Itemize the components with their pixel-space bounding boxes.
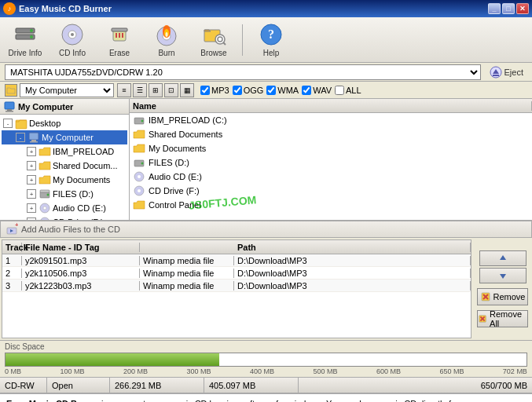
erase-button[interactable]: Erase (99, 20, 140, 60)
tree-item-audio-cd[interactable]: + Audio CD (E:) (2, 201, 127, 215)
view-list-icon[interactable]: ☰ (133, 83, 147, 97)
track-name-3: y2k1223b03.mp3 (22, 281, 140, 291)
view-thumb-icon[interactable]: ▦ (180, 83, 194, 97)
file-item-ibm-preload[interactable]: IBM_PRELOAD (C:) (130, 113, 532, 127)
track-row-2[interactable]: 2 y2k110506.mp3 Winamp media file D:\Dow… (2, 267, 471, 280)
drive-info-button[interactable]: Drive Info (5, 20, 46, 60)
browse-label: Browse (200, 49, 226, 57)
marker-100: 100 MB (60, 367, 84, 375)
tree-item-my-documents[interactable]: + My Documents (2, 173, 127, 187)
help-button[interactable]: ? Help (251, 20, 292, 60)
all-checkbox-label[interactable]: ALL (335, 86, 361, 95)
eject-button[interactable]: Eject (486, 64, 527, 80)
expand-ibm-preload[interactable]: + (27, 147, 36, 156)
tree-item-files-d[interactable]: + FILES (D:) (2, 187, 127, 201)
computer-icon (28, 131, 40, 144)
svg-rect-26 (5, 102, 14, 109)
expand-files-d[interactable]: + (27, 189, 36, 199)
cd-info-button[interactable]: CD Info (52, 20, 93, 60)
cd-icon-f (39, 216, 51, 220)
ogg-checkbox[interactable] (233, 86, 242, 95)
folder-icon-mydocs (39, 174, 51, 186)
ogg-checkbox-label[interactable]: OGG (233, 86, 264, 95)
drive-select[interactable]: MATSHITA UJDA755zDVD/CDRW 1.20 (5, 64, 481, 80)
svg-rect-30 (29, 133, 39, 140)
svg-text:+: + (15, 223, 18, 228)
tree-item-ibm-preload[interactable]: + IBM_PRELOAD (2, 144, 127, 159)
file-item-control-panel[interactable]: Control Panel (130, 198, 532, 212)
wav-checkbox[interactable] (302, 86, 311, 95)
svg-point-35 (47, 194, 50, 196)
view-grid-icon[interactable]: ⊞ (149, 83, 163, 97)
svg-line-19 (223, 42, 226, 45)
remove-button[interactable]: Remove (477, 288, 528, 305)
browse-button[interactable]: Browse (193, 20, 234, 60)
track-type-3: Winamp media file (140, 281, 234, 291)
expand-my-computer[interactable]: - (16, 133, 25, 142)
expand-shared-docum[interactable]: + (27, 161, 36, 170)
track-row-3[interactable]: 3 y2k1223b03.mp3 Winamp media file D:\Do… (2, 280, 471, 292)
wma-checkbox-label[interactable]: WMA (266, 86, 299, 95)
tree-label-mydocs: My Documents (53, 175, 110, 185)
svg-rect-28 (6, 111, 13, 112)
down-arrow-icon (498, 271, 508, 280)
wav-checkbox-label[interactable]: WAV (302, 86, 332, 95)
toolbar-divider (242, 24, 243, 56)
expand-audio-cd[interactable]: + (27, 203, 36, 213)
disc-space-fill (6, 353, 219, 366)
tree-item-desktop[interactable]: - Desktop (2, 116, 127, 130)
remove-all-button[interactable]: Remove All (477, 310, 528, 327)
ad-text-line1: Easy Music CD Burner is an easy-to-use m… (6, 397, 526, 402)
folder-icon-small (5, 84, 17, 97)
file-item-shared-docs[interactable]: Shared Documents (130, 127, 532, 141)
marker-500: 500 MB (313, 367, 337, 375)
tree-item-shared-docum[interactable]: + Shared Docum... (2, 159, 127, 173)
svg-point-47 (138, 189, 141, 192)
tree-item-my-computer[interactable]: - My Computer (2, 130, 127, 144)
cd-small-icon-f (133, 185, 145, 197)
move-down-button[interactable] (479, 268, 526, 283)
move-up-button[interactable] (479, 250, 526, 266)
track-path-1: D:\Download\MP3 (234, 256, 471, 265)
view-details-icon[interactable]: ≡ (117, 83, 131, 97)
location-select[interactable]: My Computer (20, 83, 114, 97)
maximize-button[interactable]: □ (502, 3, 515, 14)
size1-cell: 266.291 MB (110, 378, 204, 393)
track-num-2: 2 (2, 269, 22, 278)
svg-point-16 (166, 32, 168, 37)
svg-marker-51 (500, 255, 506, 260)
file-item-my-docs[interactable]: My Documents (130, 141, 532, 155)
expand-desktop[interactable]: - (3, 119, 13, 128)
file-item-cd-drive[interactable]: CD Drive (F:) (130, 184, 532, 198)
wma-checkbox[interactable] (266, 86, 276, 95)
folder-small-icon-1 (133, 128, 145, 141)
add-audio-bar[interactable]: + Add Audio Files to the CD (0, 221, 532, 238)
close-button[interactable]: ✕ (516, 3, 529, 14)
up-down-buttons (479, 250, 526, 283)
track-row-1[interactable]: 1 y2k091501.mp3 Winamp media file D:\Dow… (2, 254, 471, 267)
capacity-cell: 650/700 MB (299, 378, 532, 393)
marker-400: 400 MB (250, 367, 274, 375)
mp3-checkbox[interactable] (200, 86, 210, 95)
file-name-control: Control Panel (149, 200, 201, 210)
burn-icon (154, 22, 179, 47)
file-header-name[interactable]: Name (130, 101, 532, 111)
tree-item-cd-drive[interactable]: + CD Drive (F:) (2, 215, 127, 220)
format-checkboxes: MP3 OGG WMA WAV ALL (200, 86, 361, 95)
cd-small-icon-e (133, 170, 145, 183)
marker-300: 300 MB (186, 367, 211, 375)
expand-cd-drive[interactable]: + (27, 217, 36, 220)
mp3-checkbox-label[interactable]: MP3 (200, 86, 229, 95)
minimize-button[interactable]: _ (488, 3, 501, 14)
all-checkbox[interactable] (335, 86, 344, 95)
title-bar-buttons[interactable]: _ □ ✕ (488, 3, 529, 14)
file-item-files-d[interactable]: FILES (D:) (130, 155, 532, 170)
file-item-audio-cd[interactable]: Audio CD (E:) (130, 170, 532, 184)
svg-text:?: ? (268, 27, 274, 41)
expand-my-documents[interactable]: + (27, 175, 36, 185)
drive-info-label: Drive Info (9, 49, 42, 57)
track-num-1: 1 (2, 256, 22, 265)
remove-label: Remove (493, 292, 526, 302)
burn-button[interactable]: Burn (146, 20, 187, 60)
view-icons-icon[interactable]: ⊡ (164, 83, 178, 97)
